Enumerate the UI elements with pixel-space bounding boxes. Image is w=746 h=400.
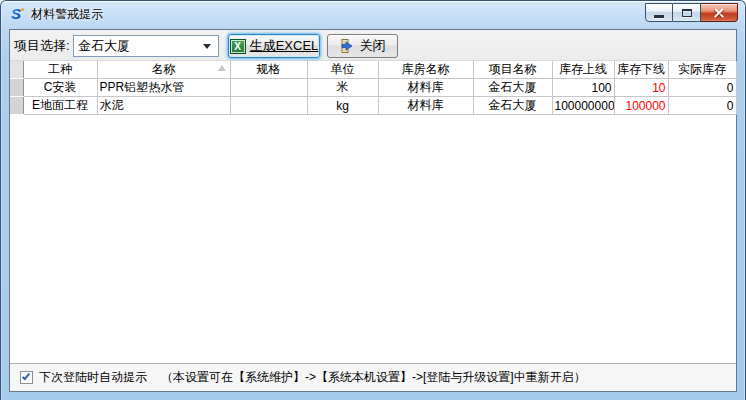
window-title: 材料警戒提示: [31, 1, 103, 27]
column-header-name[interactable]: 名称: [97, 61, 230, 79]
minimize-button[interactable]: [645, 3, 673, 22]
toolbar: 项目选择: 金石大厦 X 生成EXCEL 关闭: [10, 30, 736, 61]
settings-hint-text: （本设置可在【系统维护】->【系统本机设置】->[登陆与升级设置]中重新开启）: [161, 369, 586, 386]
project-select-value: 金石大厦: [74, 37, 203, 55]
table-row[interactable]: E地面工程 水泥 kg 材料库 金石大厦 1000000000 100000 0: [10, 97, 736, 115]
exit-door-icon: [340, 38, 356, 54]
cell-stock-lower[interactable]: 10: [614, 79, 668, 97]
cell-name[interactable]: PPR铝塑热水管: [97, 79, 230, 97]
svg-text:S: S: [11, 6, 21, 22]
cell-warehouse[interactable]: 材料库: [378, 79, 473, 97]
close-dialog-button[interactable]: 关闭: [327, 34, 398, 58]
column-header-worktype[interactable]: 工种: [23, 61, 97, 79]
footer-bar: 下次登陆时自动提示 （本设置可在【系统维护】->【系统本机设置】->[登陆与升级…: [10, 363, 736, 391]
project-select-combobox[interactable]: 金石大厦: [73, 35, 219, 57]
column-header-stock-lower[interactable]: 库存下线: [614, 61, 668, 79]
cell-stock-lower[interactable]: 100000: [614, 97, 668, 115]
generate-excel-label: 生成EXCEL: [250, 37, 319, 55]
cell-worktype[interactable]: E地面工程: [23, 97, 97, 115]
excel-icon: X: [230, 39, 246, 54]
cell-unit[interactable]: 米: [307, 79, 378, 97]
column-header-project[interactable]: 项目名称: [473, 61, 552, 79]
close-window-button[interactable]: [701, 3, 738, 22]
cell-unit[interactable]: kg: [307, 97, 378, 115]
column-header-spec[interactable]: 规格: [230, 61, 307, 79]
checkmark-icon: [22, 372, 30, 381]
window-controls: [645, 3, 738, 22]
cell-name[interactable]: 水泥: [97, 97, 230, 115]
column-header-warehouse[interactable]: 库房名称: [378, 61, 473, 79]
cell-spec[interactable]: [230, 79, 307, 97]
cell-warehouse[interactable]: 材料库: [378, 97, 473, 115]
column-header-unit[interactable]: 单位: [307, 61, 378, 79]
cell-project[interactable]: 金石大厦: [473, 97, 552, 115]
dialog-window: S 材料警戒提示 项目选择: 金石大厦 X 生成EXCEL: [0, 0, 746, 400]
cell-stock-upper[interactable]: 1000000000: [552, 97, 614, 115]
row-indicator[interactable]: [10, 97, 23, 115]
generate-excel-button[interactable]: X 生成EXCEL: [228, 34, 320, 58]
chevron-down-icon[interactable]: [203, 44, 211, 49]
maximize-button[interactable]: [673, 3, 701, 22]
cell-spec[interactable]: [230, 97, 307, 115]
cell-actual-stock[interactable]: 0: [668, 97, 736, 115]
cell-project[interactable]: 金石大厦: [473, 79, 552, 97]
cell-stock-upper[interactable]: 100: [552, 79, 614, 97]
column-header-actual-stock[interactable]: 实际库存: [668, 61, 736, 79]
auto-prompt-checkbox[interactable]: [20, 371, 33, 384]
app-logo-icon: S: [9, 6, 26, 22]
material-alert-grid: 工种 名称 规格 单位 库房名称 项目名称 库存上线 库存下线 实际库存 C安装…: [10, 61, 737, 115]
grid-corner-cell: [10, 61, 23, 79]
titlebar[interactable]: S 材料警戒提示: [1, 1, 745, 29]
project-select-label: 项目选择:: [14, 30, 70, 61]
dialog-content: 项目选择: 金石大厦 X 生成EXCEL 关闭: [9, 29, 737, 392]
cell-worktype[interactable]: C安装: [23, 79, 97, 97]
column-header-stock-upper[interactable]: 库存上线: [552, 61, 614, 79]
auto-prompt-label[interactable]: 下次登陆时自动提示: [39, 369, 147, 386]
sort-ascending-icon: [218, 65, 226, 71]
maximize-icon: [682, 9, 692, 17]
cell-actual-stock[interactable]: 0: [668, 79, 736, 97]
close-icon: [713, 7, 725, 19]
minimize-icon: [654, 15, 664, 18]
row-indicator[interactable]: [10, 79, 23, 97]
grid-header-row: 工种 名称 规格 单位 库房名称 项目名称 库存上线 库存下线 实际库存: [10, 61, 736, 79]
close-dialog-label: 关闭: [360, 37, 386, 55]
table-row[interactable]: C安装 PPR铝塑热水管 米 材料库 金石大厦 100 10 0: [10, 79, 736, 97]
